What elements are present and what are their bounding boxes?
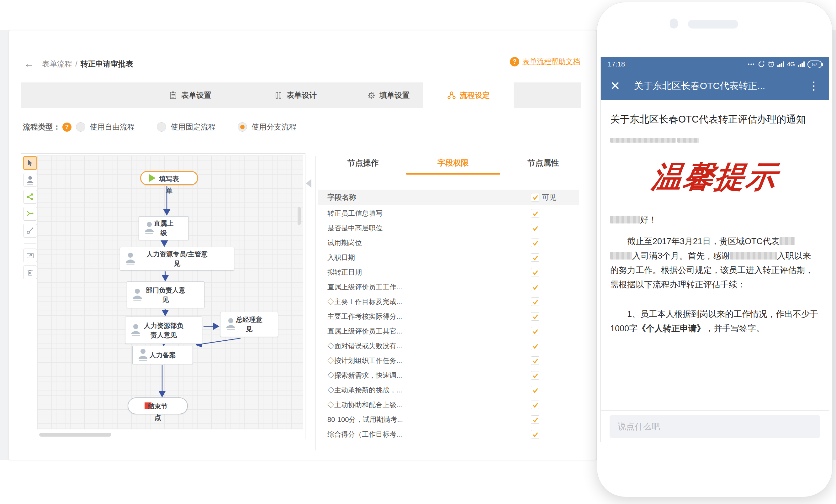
flow-node-n4[interactable]: 人力资源部负 责人意见: [125, 316, 202, 344]
panel-tab-2[interactable]: 字段权限: [408, 156, 498, 174]
article-paragraph-1: 截止至2017年3月21日，贵区域OTC代表 入司满3个月。首先，感谢入职以来的…: [610, 234, 819, 292]
field-name: ◇主要工作目标及完成...: [327, 297, 402, 307]
flow-node-n2[interactable]: 人力资源专员/主管意 见: [120, 247, 234, 271]
flow-node-n5[interactable]: 总经理意 见: [220, 312, 278, 337]
delete-tool[interactable]: [23, 266, 37, 279]
visible-checkbox[interactable]: [531, 356, 539, 365]
process-type-option-3[interactable]: 使用分支流程: [238, 122, 297, 132]
field-name: 试用期岗位: [327, 238, 362, 248]
node-label: 总经理意 见: [221, 315, 278, 334]
panel-tab-1[interactable]: 节点操作: [318, 156, 408, 174]
phone-speaker: [688, 20, 738, 28]
table-row: ◇主动协助和配合上级...: [318, 398, 579, 412]
panel-tab-bar: 节点操作字段权限节点属性: [318, 156, 588, 174]
table-row: ◇探索新需求，快速调...: [318, 368, 579, 383]
process-type-option-1[interactable]: 使用自由流程: [76, 122, 135, 132]
table-header: 字段名称 可见: [318, 190, 579, 205]
network-type-label: 4G: [787, 61, 795, 68]
tab-label: 表单设计: [287, 90, 317, 100]
back-arrow-icon[interactable]: ←: [24, 58, 34, 70]
collapse-panel-arrow-icon[interactable]: [306, 179, 311, 188]
comment-input[interactable]: 说点什么吧: [610, 415, 820, 438]
field-name: ◇面对错误或失败没有...: [327, 341, 402, 351]
column-field-name: 字段名称: [327, 192, 356, 202]
visible-checkbox[interactable]: [531, 283, 539, 291]
field-name: 综合得分（工作目标考...: [327, 430, 402, 439]
data-saver-icon: [758, 61, 765, 68]
greeting-line: 好！: [610, 214, 819, 225]
radio-icon[interactable]: [238, 122, 247, 132]
article-text: 截止至2017年3月21日，贵区域OTC代表: [627, 237, 780, 246]
redacted-text: [610, 216, 640, 224]
visible-checkbox[interactable]: [531, 268, 539, 276]
help-link[interactable]: ? 表单流程帮助文档: [510, 57, 580, 66]
tab-4[interactable]: 流程设定: [423, 82, 514, 108]
radio-label: 使用分支流程: [251, 122, 297, 132]
radio-icon[interactable]: [157, 122, 166, 132]
table-row: 直属上级评价员工其它...: [318, 324, 579, 338]
flow-node-start[interactable]: 填写表 单: [140, 171, 198, 185]
comment-bar: 说点什么吧: [601, 410, 829, 442]
radio-label: 使用固定流程: [171, 122, 216, 132]
field-name: 转正员工信息填写: [327, 209, 383, 218]
question-circle-icon[interactable]: ?: [62, 122, 72, 132]
visible-checkbox[interactable]: [531, 253, 539, 262]
article-title: 关于东北区长春OTC代表转正评估办理的通知: [610, 112, 819, 127]
table-row: 转正员工信息填写: [318, 206, 579, 221]
field-name: 直属上级评价员工工作...: [327, 283, 402, 292]
pointer-tool[interactable]: [23, 156, 37, 170]
merge-tool[interactable]: [23, 207, 37, 221]
flow-node-n6[interactable]: 人力备案: [132, 346, 193, 364]
visible-checkbox[interactable]: [531, 430, 539, 439]
canvas-toolbar: [23, 156, 37, 283]
connector-tool[interactable]: [23, 224, 37, 237]
visible-checkbox[interactable]: [531, 297, 539, 306]
visible-checkbox[interactable]: [531, 224, 539, 232]
breadcrumb-section[interactable]: 表单流程: [42, 59, 72, 69]
tab-3[interactable]: 填单设置: [343, 82, 433, 108]
visible-checkbox[interactable]: [531, 415, 539, 424]
flow-node-n1[interactable]: 直属上 级: [139, 216, 189, 240]
more-icon: •••: [748, 61, 755, 67]
article-text: ，并手写签字。: [705, 324, 764, 333]
export-tool[interactable]: [23, 249, 37, 262]
tab-2[interactable]: 表单设计: [250, 82, 341, 108]
question-circle-icon: ?: [510, 57, 519, 66]
branch-tool[interactable]: [23, 190, 37, 204]
process-type-option-2[interactable]: 使用固定流程: [157, 122, 216, 132]
process-type-row: 流程类型： ? 使用自由流程使用固定流程使用分支流程: [23, 121, 319, 133]
header-checkbox[interactable]: [531, 193, 539, 201]
redacted-text: [780, 237, 795, 246]
person-node-tool[interactable]: [23, 173, 37, 187]
visible-checkbox[interactable]: [531, 386, 539, 394]
status-bar: 17:18 ••• 4G 57: [601, 57, 829, 72]
visible-checkbox[interactable]: [531, 327, 539, 335]
menu-dots-icon[interactable]: ⋮: [808, 79, 819, 93]
tab-label: 填单设置: [379, 90, 410, 100]
horizontal-scrollbar[interactable]: [39, 433, 111, 437]
node-label: 结束节 点: [128, 401, 187, 423]
close-icon[interactable]: ✕: [610, 79, 620, 93]
flow-node-end[interactable]: 结束节 点: [128, 398, 188, 414]
visible-checkbox[interactable]: [531, 401, 539, 409]
visible-checkbox[interactable]: [531, 342, 539, 350]
visible-checkbox[interactable]: [531, 238, 539, 247]
column-visible-label: 可见: [542, 192, 556, 202]
process-type-label: 流程类型：: [23, 122, 60, 132]
tab-1[interactable]: 表单设置: [145, 82, 235, 108]
flow-canvas: 填写表 单直属上 级人力资源专员/主管意 见部门负责人意 见人力资源部负 责人意…: [21, 153, 305, 439]
page-title: 转正申请审批表: [81, 59, 133, 69]
table-row: 综合得分（工作目标考...: [318, 427, 579, 442]
visible-checkbox[interactable]: [531, 312, 539, 321]
radio-icon[interactable]: [76, 122, 85, 132]
flow-node-n3[interactable]: 部门负责人意 见: [127, 282, 205, 308]
article-author-redacted: [610, 138, 819, 143]
article-paragraph-2: 1、员工本人根据到岗以来的工作情况，作出不少于1000字《个人转正申请》，并手写…: [610, 307, 819, 336]
visible-checkbox[interactable]: [531, 371, 539, 380]
panel-tab-3[interactable]: 节点属性: [498, 156, 588, 174]
table-row: 直属上级评价员工工作...: [318, 279, 579, 294]
table-row: 入职日期: [318, 250, 579, 265]
visible-checkbox[interactable]: [531, 209, 539, 217]
help-link-label[interactable]: 表单流程帮助文档: [522, 57, 580, 66]
vertical-scrollbar[interactable]: [298, 207, 301, 225]
